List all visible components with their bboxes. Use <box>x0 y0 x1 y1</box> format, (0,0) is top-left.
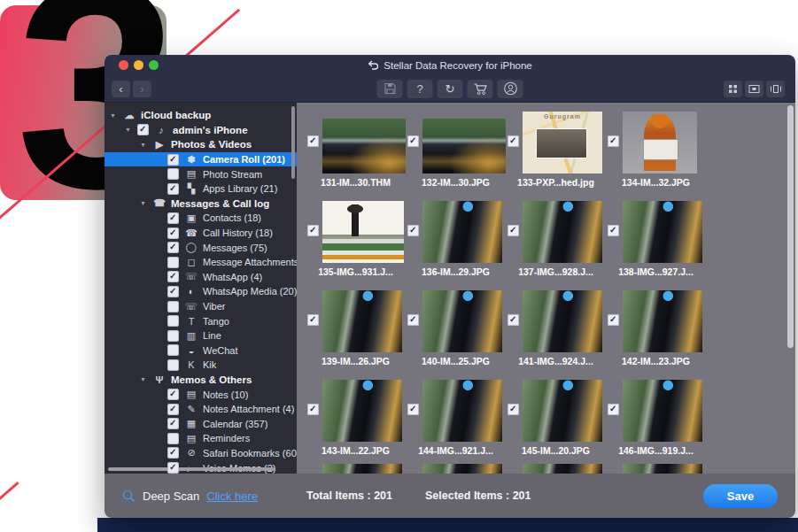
tree-checkbox[interactable] <box>167 418 179 429</box>
thumbnail-partial[interactable] <box>523 464 602 474</box>
sidebar-horizontal-scrollbar[interactable] <box>108 467 275 471</box>
grid-checkbox[interactable] <box>608 135 619 147</box>
coverflow-view-button[interactable] <box>766 81 785 97</box>
thumbnail[interactable] <box>422 201 502 263</box>
thumbnail[interactable] <box>422 290 502 352</box>
tree-row[interactable]: ▼ ▤ Notes (10) <box>105 387 297 402</box>
tree-checkbox[interactable] <box>167 286 179 297</box>
thumbnail[interactable] <box>623 380 702 442</box>
grid-checkbox[interactable] <box>407 225 419 236</box>
tree-row[interactable]: ▼ ☁ iCloud backup <box>105 108 297 123</box>
tree-checkbox[interactable] <box>167 257 179 268</box>
save-toolbar-button[interactable] <box>377 80 403 98</box>
tree-checkbox[interactable] <box>167 242 179 253</box>
thumbnail[interactable] <box>523 290 602 352</box>
tree-row[interactable]: ▼ ▚ Apps Library (21) <box>105 181 297 197</box>
tree-checkbox[interactable] <box>167 389 179 400</box>
grid-checkbox[interactable] <box>407 314 419 326</box>
close-button[interactable] <box>119 60 128 70</box>
account-button[interactable] <box>498 80 523 98</box>
tree-row[interactable]: ▼ ☏ WhatsApp (4) <box>105 270 297 285</box>
grid-checkbox[interactable] <box>608 225 619 236</box>
tree-row[interactable]: ▼ ♪ admin's iPhone <box>105 123 297 138</box>
thumbnail[interactable] <box>623 290 702 352</box>
tree-row[interactable]: ▼ ▤ Reminders <box>105 431 297 446</box>
thumbnail[interactable] <box>523 201 602 263</box>
disclosure-triangle[interactable]: ▼ <box>125 127 134 133</box>
thumbnail[interactable]: Gurugram <box>523 112 602 173</box>
tree-checkbox[interactable] <box>167 404 179 415</box>
zoom-button[interactable] <box>149 60 159 70</box>
tree-checkbox[interactable] <box>167 462 179 474</box>
tree-checkbox[interactable] <box>167 212 179 224</box>
grid-checkbox[interactable] <box>507 225 519 236</box>
thumbnail-partial[interactable] <box>322 464 402 474</box>
tree-row[interactable]: ▼ ☏ Viber <box>105 299 297 314</box>
tree-checkbox[interactable] <box>167 154 179 166</box>
thumbnail-partial[interactable] <box>422 464 502 474</box>
nav-forward-button[interactable]: › <box>133 81 151 97</box>
tree-row[interactable]: ▼ K Kik <box>105 358 297 373</box>
tree-row[interactable]: ▼ ▶ Photos & Videos <box>105 137 297 152</box>
tree-row[interactable]: ▼ ◯ Messages (75) <box>105 240 297 255</box>
tree-checkbox[interactable] <box>167 344 179 356</box>
thumbnail[interactable] <box>322 290 402 352</box>
thumbnail[interactable] <box>623 201 702 263</box>
tree-row[interactable]: ▼ Ψ Memos & Others <box>105 373 297 388</box>
grid-checkbox[interactable] <box>608 314 619 326</box>
nav-back-button[interactable]: ‹ <box>112 81 130 97</box>
tree-row[interactable]: ▼ T Tango <box>105 313 297 328</box>
tree-checkbox[interactable] <box>167 359 179 371</box>
tree-checkbox[interactable] <box>167 271 179 282</box>
thumbnail[interactable] <box>322 119 406 173</box>
tree-row[interactable]: ▼ ◐ WhatsApp Media (20) <box>105 284 297 299</box>
tree-row[interactable]: ▼ ▤ Photo Stream <box>105 166 297 181</box>
tree-checkbox[interactable] <box>137 124 149 135</box>
tree-checkbox[interactable] <box>167 168 179 180</box>
preview-view-button[interactable] <box>745 81 763 97</box>
tree-row[interactable]: ▼ ☎ Messages & Call log <box>105 197 297 212</box>
grid-checkbox[interactable] <box>407 404 419 415</box>
tree-checkbox[interactable] <box>167 227 179 239</box>
deep-scan-link[interactable]: Click here <box>206 490 258 503</box>
tree-row[interactable]: ▼ ◻ Message Attachments <box>105 255 297 270</box>
grid-view-button[interactable] <box>724 81 742 97</box>
grid-checkbox[interactable] <box>307 135 319 147</box>
thumbnail[interactable] <box>623 112 697 173</box>
minimize-button[interactable] <box>134 60 143 70</box>
tree-checkbox[interactable] <box>167 330 179 342</box>
tree-row[interactable]: ▼ ✽ Camera Roll (201) <box>105 152 297 167</box>
grid-checkbox[interactable] <box>307 314 319 326</box>
grid-checkbox[interactable] <box>507 314 519 326</box>
thumbnail[interactable] <box>322 380 402 442</box>
thumbnail-partial[interactable] <box>623 464 702 474</box>
tree-checkbox[interactable] <box>167 433 179 444</box>
content-scrollbar-thumb[interactable] <box>787 105 794 348</box>
tree-checkbox[interactable] <box>167 447 179 459</box>
tree-row[interactable]: ▼ ✎ Notes Attachment (4) <box>105 402 297 417</box>
tree-row[interactable]: ▼ ⊘ Safari Bookmarks (60) <box>105 446 297 461</box>
grid-checkbox[interactable] <box>608 404 619 415</box>
thumbnail[interactable] <box>422 119 506 173</box>
disclosure-triangle[interactable]: ▼ <box>140 142 149 148</box>
purchase-button[interactable] <box>468 80 493 98</box>
refresh-button[interactable]: ↻ <box>438 80 463 98</box>
sidebar-vertical-scrollbar[interactable] <box>291 106 295 179</box>
tree-row[interactable]: ▼ ▥ Line <box>105 328 297 343</box>
thumbnail[interactable] <box>523 380 602 442</box>
tree-checkbox[interactable] <box>167 315 179 327</box>
grid-checkbox[interactable] <box>507 404 519 415</box>
grid-checkbox[interactable] <box>507 135 519 147</box>
tree-row[interactable]: ▼ ▦ Calendar (357) <box>105 416 297 431</box>
grid-checkbox[interactable] <box>307 225 319 236</box>
thumbnail[interactable] <box>422 380 502 442</box>
help-button[interactable]: ? <box>407 80 433 98</box>
save-button[interactable]: Save <box>703 484 778 508</box>
tree-row[interactable]: ▼ ◒ WeChat <box>105 343 297 359</box>
disclosure-triangle[interactable]: ▼ <box>140 376 149 382</box>
disclosure-triangle[interactable]: ▼ <box>140 200 149 206</box>
grid-checkbox[interactable] <box>307 404 319 415</box>
tree-row[interactable]: ▼ ☎ Call History (18) <box>105 226 297 241</box>
tree-checkbox[interactable] <box>167 183 179 195</box>
grid-checkbox[interactable] <box>407 135 419 147</box>
